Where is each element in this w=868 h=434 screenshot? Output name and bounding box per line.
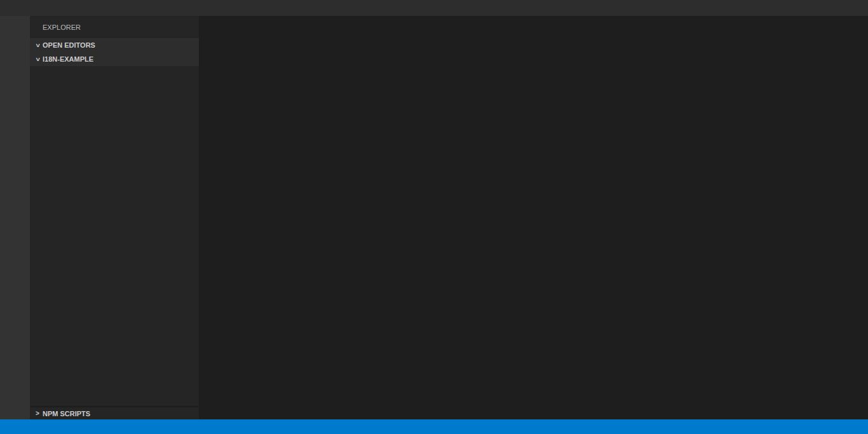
editor-group-1 [199, 16, 537, 419]
sidebar-explorer: EXPLORER > OPEN EDITORS > I18N-EXAMPLE >… [30, 16, 199, 419]
status-bar [0, 419, 868, 434]
chevron-down-icon: > [34, 40, 41, 50]
menu-bar [0, 0, 868, 16]
editor-area [199, 16, 868, 419]
chevron-down-icon: > [34, 54, 41, 64]
vscode-window: EXPLORER > OPEN EDITORS > I18N-EXAMPLE >… [0, 0, 868, 434]
activity-bar [0, 16, 30, 419]
file-tree [30, 122, 199, 407]
chevron-right-icon: > [32, 410, 43, 417]
open-editors-header[interactable]: > OPEN EDITORS [30, 38, 199, 52]
project-folder-header[interactable]: > I18N-EXAMPLE [30, 52, 199, 66]
workbench: EXPLORER > OPEN EDITORS > I18N-EXAMPLE >… [0, 16, 868, 419]
editor-group-2 [537, 16, 868, 419]
npm-scripts-header[interactable]: > NPM SCRIPTS [30, 407, 199, 419]
sidebar-title: EXPLORER [30, 16, 199, 38]
